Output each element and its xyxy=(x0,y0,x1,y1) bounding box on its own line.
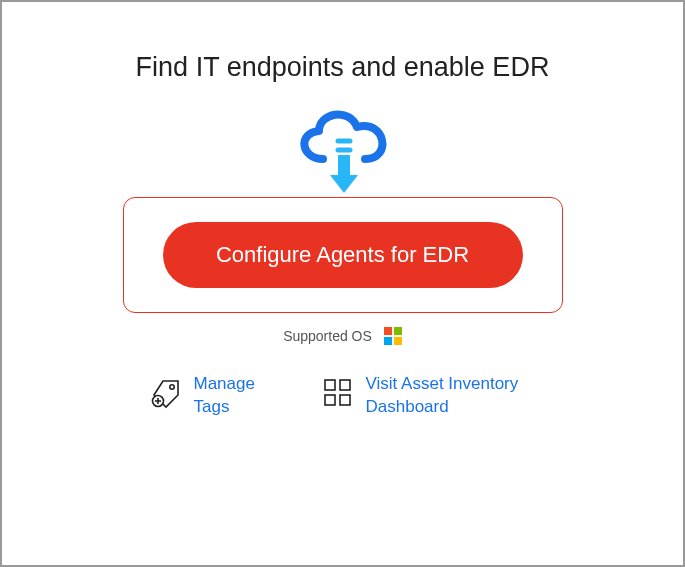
supported-os-row: Supported OS xyxy=(283,327,402,345)
windows-icon xyxy=(384,327,402,345)
cloud-download-icon xyxy=(283,97,403,201)
svg-marker-3 xyxy=(330,175,358,193)
svg-rect-5 xyxy=(394,327,402,335)
svg-rect-13 xyxy=(340,380,350,390)
asset-inventory-label: Visit Asset Inventory Dashboard xyxy=(366,373,536,419)
secondary-links: Manage Tags Visit Asset Inventory Dashbo… xyxy=(42,373,643,419)
svg-rect-6 xyxy=(384,337,392,345)
tag-plus-icon xyxy=(150,377,182,413)
svg-rect-7 xyxy=(394,337,402,345)
manage-tags-link[interactable]: Manage Tags xyxy=(150,373,274,419)
svg-rect-15 xyxy=(340,395,350,405)
onboarding-card: Find IT endpoints and enable EDR Configu… xyxy=(42,52,643,419)
svg-rect-2 xyxy=(338,155,350,177)
supported-os-label: Supported OS xyxy=(283,328,372,344)
manage-tags-label: Manage Tags xyxy=(194,373,274,419)
primary-action-highlight: Configure Agents for EDR xyxy=(123,197,563,313)
asset-inventory-link[interactable]: Visit Asset Inventory Dashboard xyxy=(322,373,536,419)
configure-agents-button[interactable]: Configure Agents for EDR xyxy=(163,222,523,288)
svg-point-8 xyxy=(169,385,173,389)
page-title: Find IT endpoints and enable EDR xyxy=(136,52,550,83)
svg-rect-14 xyxy=(325,395,335,405)
svg-rect-4 xyxy=(384,327,392,335)
svg-rect-12 xyxy=(325,380,335,390)
dashboard-icon xyxy=(322,377,354,413)
